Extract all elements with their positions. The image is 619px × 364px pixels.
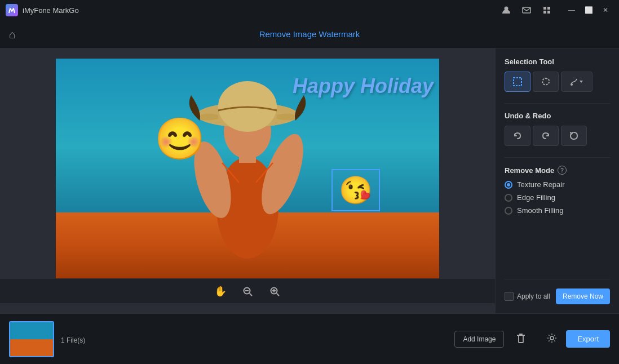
svg-line-17: [277, 293, 280, 296]
rect-select-button[interactable]: [505, 72, 530, 92]
apply-all-text: Apply to all: [517, 292, 550, 300]
mail-icon[interactable]: [519, 2, 534, 18]
svg-point-21: [571, 83, 573, 86]
user-icon[interactable]: [498, 2, 514, 18]
image-thumbnail[interactable]: [9, 321, 54, 357]
undo-button[interactable]: [505, 126, 530, 146]
canvas-toolbar: ✋: [0, 278, 495, 303]
svg-rect-5: [547, 11, 550, 14]
svg-rect-3: [547, 7, 550, 10]
edge-filling-label: Edge Filling: [517, 193, 555, 202]
texture-repair-radio[interactable]: [505, 181, 512, 189]
export-button[interactable]: Export: [566, 330, 610, 348]
person-figure: [152, 61, 343, 278]
settings-button[interactable]: [545, 331, 559, 348]
kiss-emoji: 😘: [339, 175, 373, 206]
bottom-toolbar-row: Add Image: [454, 331, 504, 348]
panel-bottom-actions: Apply to all Remove Now: [505, 279, 610, 304]
zoom-in-button[interactable]: [266, 282, 284, 300]
bottom-bar: 1 File(s) Add Image Export: [0, 313, 619, 364]
smooth-filling-option[interactable]: Smooth Filling: [505, 206, 610, 215]
pan-tool-button[interactable]: ✋: [211, 282, 229, 300]
title-bar: iMyFone MarkGo — ⬜ ✕: [0, 0, 619, 20]
undo-redo-title: Undo & Redo: [505, 112, 610, 120]
apply-all-checkbox[interactable]: [505, 292, 514, 301]
selection-tool-buttons: [505, 72, 610, 92]
home-button[interactable]: ⌂: [9, 28, 16, 41]
app-logo: [6, 4, 18, 16]
brush-select-button[interactable]: [561, 72, 593, 92]
svg-point-22: [550, 336, 554, 340]
app-title: iMyFone MarkGo: [23, 6, 498, 15]
image-container[interactable]: Happy Holiday: [56, 59, 439, 278]
header: ⌂ Remove Image Watermark: [0, 20, 619, 48]
apply-all-label[interactable]: Apply to all: [505, 292, 550, 301]
edge-filling-radio[interactable]: [505, 194, 512, 202]
texture-repair-option[interactable]: Texture Repair: [505, 180, 610, 189]
undo-redo-buttons: [505, 126, 610, 146]
minimize-button[interactable]: —: [564, 2, 580, 18]
svg-line-14: [250, 293, 253, 296]
close-button[interactable]: ✕: [598, 2, 613, 18]
add-image-button[interactable]: Add Image: [454, 331, 504, 348]
zoom-out-button[interactable]: [238, 282, 257, 300]
window-controls[interactable]: — ⬜ ✕: [564, 2, 613, 18]
svg-rect-20: [514, 78, 521, 86]
right-panel: Selection Tool: [495, 48, 619, 313]
lasso-select-button[interactable]: [533, 72, 559, 92]
texture-repair-label: Texture Repair: [517, 180, 565, 189]
svg-rect-2: [543, 7, 546, 10]
divider-1: [505, 103, 610, 104]
grid-icon[interactable]: [539, 2, 555, 18]
delete-button[interactable]: [511, 330, 531, 349]
edge-filling-option[interactable]: Edge Filling: [505, 193, 610, 202]
smooth-filling-radio[interactable]: [505, 207, 512, 215]
main-area: Happy Holiday: [0, 48, 619, 313]
divider-2: [505, 157, 610, 158]
file-count: 1 File(s): [61, 336, 448, 344]
export-area: Export: [545, 330, 610, 348]
face-emoji: 😊: [154, 115, 205, 163]
page-title: Remove Image Watermark: [259, 29, 360, 39]
maximize-button[interactable]: ⬜: [581, 2, 596, 18]
thumbnail-image: [10, 322, 53, 356]
remove-now-button[interactable]: Remove Now: [556, 288, 610, 304]
svg-rect-1: [523, 7, 530, 13]
remove-mode-title: Remove Mode ?: [505, 166, 610, 175]
remove-mode-radio-group: Texture Repair Edge Filling Smooth Filli…: [505, 180, 610, 215]
reset-button[interactable]: [561, 126, 587, 146]
redo-button[interactable]: [533, 126, 559, 146]
canvas-area: Happy Holiday: [0, 48, 495, 313]
file-info: 1 File(s): [61, 334, 448, 344]
titlebar-right-icons: [498, 2, 555, 18]
kiss-emoji-selection[interactable]: 😘: [331, 169, 380, 211]
smooth-filling-label: Smooth Filling: [517, 206, 563, 215]
svg-rect-4: [543, 11, 546, 14]
selection-tool-title: Selection Tool: [505, 57, 610, 66]
help-icon[interactable]: ?: [558, 166, 567, 175]
